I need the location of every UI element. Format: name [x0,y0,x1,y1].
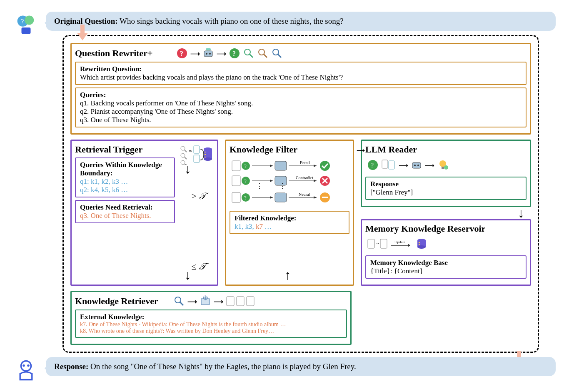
svg-line-19 [185,150,187,152]
svg-text:?: ? [21,17,24,25]
svg-rect-70 [368,239,374,248]
update-arrow-icon: Update [390,240,413,248]
rewritten-label: Rewritten Question: [80,65,522,73]
svg-text:?: ? [371,162,374,169]
svg-text:?: ? [244,195,247,201]
knowledge-retriever-module: Knowledge Retriever ⟶ ⟶ External Knowled… [70,291,352,345]
svg-line-21 [185,157,187,159]
filter-title: Knowledge Filter [230,144,297,155]
retriever-icon-row: ⟶ ⟶ [173,295,255,307]
svg-text:Entail: Entail [300,160,310,165]
svg-rect-9 [206,48,211,50]
svg-rect-72 [380,239,387,248]
svg-text:⋮: ⋮ [256,182,263,190]
svg-point-77 [417,245,426,249]
rewriter-icon-row: ? ⟶ ⟶ ? [176,47,283,59]
svg-text:vs: vs [189,149,192,152]
svg-rect-86 [227,297,234,306]
svg-rect-37 [275,161,287,170]
svg-rect-78 [419,242,420,243]
filtered-label: Filtered Knowledge: [235,214,344,222]
queries-label: Queries: [80,91,522,99]
final-response-label: Response: [54,362,88,371]
filtered-knowledge-box: Filtered Knowledge: k1, k3, k7 … [230,211,349,234]
filter-row-neutral: ? Neural [232,192,330,202]
svg-rect-64 [412,162,421,168]
query-line: q2. Pianist accompanying 'One of These N… [80,107,522,116]
docs-icon: ⋯ [367,238,388,250]
svg-rect-41 [232,176,240,186]
svg-rect-51 [232,192,240,202]
svg-point-1 [25,15,34,25]
svg-point-18 [181,146,185,150]
arrow-icon: ⟶ [399,161,408,169]
reader-title: LLM Reader [365,144,417,155]
filter-row-entail: ? Entail [232,160,330,171]
memory-base-box: Memory Knowledge Base {Title}: {Content} [365,255,527,279]
input-arrow-icon [76,25,89,41]
svg-line-15 [264,54,267,57]
arrow-icon: ⟶ [425,161,434,169]
filtered-text: k1, k3, k7 … [235,222,344,231]
need-line: q3. One of These Nights. [80,212,170,220]
svg-line-13 [250,54,253,57]
svg-text:Neural: Neural [299,192,310,197]
svg-rect-55 [275,193,287,202]
external-knowledge-box: External Knowledge: k7. One of These Nig… [75,310,347,338]
robot-icon [202,47,214,59]
svg-rect-59 [322,197,328,198]
down-arrow-icon: ↓ [185,267,191,283]
queries-box: Queries: q1. Backing vocals performer on… [75,87,527,127]
svg-point-8 [209,53,211,55]
threshold-le: ≤ 𝒯 [191,261,205,272]
within-label: Queries Within Knowledge Boundary: [80,161,170,177]
rewritten-text: Which artist provides backing vocals and… [80,73,522,82]
svg-rect-87 [237,297,244,306]
response-text: ["Glenn Frey"] [370,188,522,197]
svg-rect-33 [232,161,240,171]
memory-icon-row: ⋯ Update [365,236,427,253]
retriever-title: Knowledge Retriever [75,296,158,307]
original-question-label: Original Question: [54,17,118,25]
external-line: k7. One of These Nights - Wikipedia: One… [80,321,342,328]
svg-point-65 [414,165,416,166]
magnify-icon [173,295,185,307]
database-icon [416,238,427,250]
response-label: Response [370,180,522,188]
svg-rect-32 [205,157,206,157]
retrieval-trigger-module: Retrieval Trigger vs Q [70,140,218,286]
svg-point-16 [273,49,279,55]
down-arrow-icon: ↓ [185,161,191,177]
question-rewriter-module: Question Rewriter+ ? ⟶ ⟶ ? Rewritten Que… [70,43,531,135]
within-line: q1: k1, k2, k3 … [80,177,170,186]
svg-point-29 [204,157,212,161]
svg-point-90 [22,365,25,367]
final-response-bubble: Response: On the song "One of These Nigh… [46,357,556,376]
svg-text:Update: Update [394,240,405,244]
reader-response-box: Response ["Glenn Frey"] [365,177,527,200]
external-label: External Knowledge: [80,313,342,321]
svg-rect-63 [389,161,394,169]
question-green-icon: ? [229,47,240,59]
svg-rect-26 [194,155,200,162]
magnify-icon [257,47,269,59]
svg-rect-68 [442,167,444,169]
svg-rect-25 [194,146,200,153]
within-boundary-box: Queries Within Knowledge Boundary: q1: k… [75,157,175,197]
memory-base-label: Memory Knowledge Base [370,259,522,267]
question-red-icon: ? [176,47,188,59]
trigger-title: Retrieval Trigger [75,144,142,155]
original-question-text: Who sings backing vocals with piano on o… [120,17,344,25]
rewritten-question-box: Rewritten Question: Which artist provide… [75,62,527,85]
need-retrieval-box: Queries Need Retrieval: q3. One of These… [75,200,175,223]
query-line: q1. Backing vocals performer on 'One of … [80,99,522,107]
question-green-icon: ? [367,159,379,171]
svg-point-91 [27,365,30,367]
svg-text:⋮: ⋮ [279,182,286,190]
svg-rect-6 [204,51,212,57]
magnify-icon [271,47,283,59]
filter-diagram: ? Entail ? Contradict [230,157,349,208]
down-arrow-icon: ↓ [518,205,524,221]
svg-line-81 [180,302,183,305]
arrow-icon: ⟶ [214,297,223,305]
